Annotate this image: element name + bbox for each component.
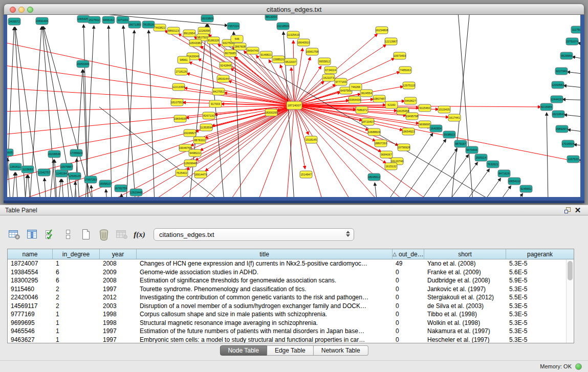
network-node[interactable]: 8267130 — [203, 112, 215, 119]
network-node[interactable]: 2516605 — [7, 149, 13, 156]
network-node[interactable]: 9245652 — [520, 185, 532, 192]
network-node[interactable]: 15751074 — [566, 38, 578, 45]
table-selector-dropdown[interactable]: citations_edges.txt — [154, 228, 354, 241]
network-node[interactable]: 16033809 — [201, 15, 213, 22]
network-node[interactable]: 11325419 — [287, 31, 299, 38]
close-window-button[interactable] — [10, 7, 16, 13]
network-node[interactable]: 19218506 — [277, 23, 289, 30]
network-node[interactable]: 19166827 — [184, 129, 196, 137]
network-node[interactable]: 18807293 — [375, 140, 387, 147]
network-node[interactable]: 7485063 — [399, 67, 411, 74]
column-header-pagerank[interactable]: pagerank — [506, 249, 574, 259]
network-node[interactable]: 9463627 — [404, 97, 417, 104]
network-node[interactable]: 19654923 — [402, 128, 415, 135]
network-node[interactable]: 12975115 — [403, 82, 415, 89]
network-node[interactable]: 1527602 — [88, 16, 100, 24]
column-header-short[interactable]: short — [424, 249, 506, 259]
network-node[interactable]: 1640954 — [430, 125, 442, 132]
network-node[interactable]: 917003 — [209, 100, 222, 107]
network-node[interactable]: 9777169 — [335, 78, 347, 85]
network-node[interactable]: 9227349 — [555, 68, 568, 75]
network-node[interactable]: 18720407 — [362, 118, 374, 125]
network-node[interactable]: 7357224 — [227, 23, 239, 30]
network-node[interactable]: 7463822 — [154, 24, 166, 31]
table-row[interactable]: 1456911722003Disruption of a novel membe… — [8, 302, 566, 311]
network-node[interactable]: 12213967 — [385, 38, 397, 45]
tab-edge-table[interactable]: Edge Table — [267, 345, 314, 356]
network-node[interactable]: 9115460 — [419, 104, 431, 112]
network-node[interactable]: 9522037 — [285, 58, 297, 65]
table-row[interactable]: 977716911998Corpus callosum shape and si… — [8, 310, 566, 319]
network-node[interactable]: 8860123 — [167, 27, 180, 34]
network-node[interactable]: 546 — [231, 35, 243, 42]
network-node[interactable]: 6734024 — [324, 67, 337, 74]
column-visibility-button[interactable] — [24, 226, 40, 243]
network-node[interactable]: 17957253 — [84, 176, 97, 183]
network-node[interactable]: 7632621 — [487, 161, 499, 168]
network-node[interactable]: 2718126 — [175, 68, 187, 75]
network-node[interactable]: 17016504 — [562, 140, 574, 147]
network-node[interactable]: 15892971 — [556, 125, 568, 133]
network-node[interactable]: 1117504 — [571, 26, 580, 33]
network-node[interactable]: 7815526 — [142, 21, 155, 28]
network-node[interactable]: 18724007 — [287, 101, 302, 110]
select-all-rows-button[interactable] — [42, 226, 58, 243]
network-node[interactable]: 20206536 — [48, 150, 60, 158]
column-header-name[interactable]: name — [8, 249, 53, 259]
network-node[interactable]: 12923448 — [130, 189, 142, 196]
network-node[interactable]: 9955812 — [318, 58, 331, 65]
column-header-in_degree[interactable]: in_degree — [53, 249, 100, 259]
column-header-out_de[interactable]: △out_de… — [393, 249, 424, 259]
network-node[interactable]: 9699695 — [419, 121, 431, 128]
network-node[interactable]: 12342757 — [38, 169, 50, 176]
network-node[interactable]: 1518145 — [305, 136, 317, 143]
network-node[interactable]: 9474444 — [466, 146, 478, 154]
network-node[interactable]: 8878332 — [193, 137, 206, 144]
delete-column-button[interactable] — [96, 226, 112, 243]
network-node[interactable]: 1615132 — [385, 163, 397, 170]
close-panel-button[interactable]: ✕ — [573, 206, 583, 215]
network-node[interactable]: 10975887 — [60, 163, 73, 170]
network-node[interactable]: 1145194 — [55, 170, 68, 177]
network-node[interactable]: 16671355 — [128, 21, 141, 28]
network-node[interactable]: 1167533 — [567, 156, 579, 163]
network-node[interactable]: 2803144 — [217, 75, 229, 82]
network-node[interactable]: 9466162 — [102, 16, 115, 24]
network-node[interactable]: 62160 — [385, 101, 398, 108]
network-node[interactable]: 8454749 — [247, 47, 259, 54]
scrollbar-thumb[interactable] — [568, 261, 573, 280]
network-node[interactable]: 8675685 — [224, 50, 236, 57]
zoom-window-button[interactable] — [27, 7, 33, 13]
table-mode-button[interactable] — [6, 226, 22, 243]
network-node[interactable]: 12444193 — [551, 96, 563, 103]
network-node[interactable]: 10807487 — [373, 95, 385, 102]
network-window-titlebar[interactable]: citations_edges.txt — [4, 4, 584, 15]
network-node[interactable]: 7986372 — [356, 106, 368, 114]
network-node[interactable]: 17359924 — [70, 149, 82, 157]
network-node[interactable]: 16210643 — [552, 111, 564, 118]
network-node[interactable]: 1588520 — [272, 56, 285, 63]
network-node[interactable]: 9498222 — [189, 149, 201, 157]
network-node[interactable]: 9146821 — [260, 51, 272, 58]
row-selection-button[interactable] — [60, 226, 76, 243]
delete-table-button[interactable] — [114, 226, 129, 243]
network-node[interactable]: 1515405 — [438, 106, 450, 113]
network-node[interactable]: 1350511 — [9, 163, 21, 170]
network-node[interactable]: 8186328 — [207, 37, 220, 44]
network-node[interactable]: 16154808 — [376, 27, 388, 34]
network-node[interactable]: 8912954 — [183, 30, 195, 37]
network-node[interactable]: 18107553 — [171, 99, 183, 106]
table-row[interactable]: 1830029562008Estimation of significance … — [8, 276, 566, 285]
network-node[interactable]: 746266 — [350, 83, 362, 91]
network-node[interactable]: 1115683 — [21, 166, 34, 173]
network-node[interactable]: 11353594 — [200, 124, 212, 131]
network-node[interactable]: 7625402 — [176, 169, 188, 177]
network-node[interactable]: 9242848 — [220, 62, 232, 69]
function-builder-button[interactable]: f(x) — [132, 226, 147, 243]
network-node[interactable]: 1514947 — [300, 171, 312, 178]
network-node[interactable]: 8813054 — [265, 15, 277, 20]
network-node[interactable]: 9684067 — [380, 151, 393, 158]
network-node[interactable]: 2405572 — [8, 18, 20, 25]
table-row[interactable]: 969969511998Structural magnetic resonanc… — [8, 319, 566, 327]
network-node[interactable]: 16782759 — [115, 185, 127, 192]
